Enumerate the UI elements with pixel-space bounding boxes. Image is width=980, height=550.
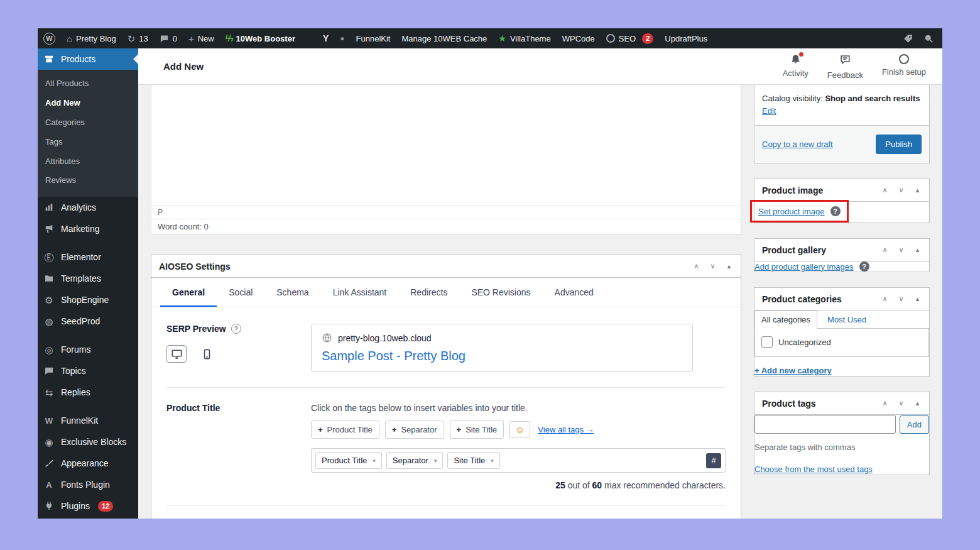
comments-icon — [160, 34, 169, 43]
submenu-add-new[interactable]: Add New — [38, 94, 138, 113]
tab-link-assistant[interactable]: Link Assistant — [321, 278, 399, 307]
move-down-icon[interactable]: ∨ — [897, 295, 905, 302]
comments-menu[interactable]: 0 — [154, 28, 183, 48]
desktop-preview-button[interactable] — [166, 345, 187, 363]
sidebar-item-funnelkit[interactable]: W FunnelKit — [38, 410, 138, 431]
count-max: 60 — [592, 480, 602, 490]
help-icon[interactable]: ? — [859, 261, 869, 272]
sidebar-item-templates[interactable]: Templates — [38, 268, 138, 289]
sidebar-item-seedprod[interactable]: ◍ SeedProd — [38, 311, 138, 332]
sidebar-item-forums[interactable]: ◎ Forums — [38, 339, 138, 360]
tab-schema[interactable]: Schema — [264, 278, 320, 307]
tab-redirects[interactable]: Redirects — [398, 278, 459, 307]
submenu-all-products[interactable]: All Products — [38, 74, 138, 94]
sidebar-item-label: Exclusive Blocks — [61, 437, 126, 447]
manage-cache-menu[interactable]: Manage 10WEB Cache — [396, 28, 493, 48]
catalog-visibility-row: Catalog visibility: Shop and search resu… — [754, 85, 929, 125]
sidebar-item-fonts-plugin[interactable]: A Fonts Plugin — [38, 474, 138, 495]
move-down-icon[interactable]: ∨ — [897, 246, 905, 253]
add-product-title-tag-button[interactable]: +Product Title — [311, 421, 379, 439]
product-title-variable-pill[interactable]: Product Title▾ — [315, 452, 382, 469]
funnelkit-menu[interactable]: FunnelKit — [351, 28, 396, 48]
publish-button[interactable]: Publish — [876, 135, 922, 154]
wp-logo-menu[interactable]: W — [38, 28, 61, 48]
collapse-toggle-icon[interactable]: ▴ — [913, 400, 922, 407]
add-new-category-link[interactable]: + Add new category — [754, 366, 832, 375]
collapse-toggle-icon[interactable]: ▴ — [913, 246, 922, 253]
villatheme-menu[interactable]: ★ VillaTheme — [493, 28, 556, 48]
move-down-icon[interactable]: ∨ — [897, 400, 905, 407]
tab-social[interactable]: Social — [217, 278, 264, 307]
move-up-icon[interactable]: ∧ — [881, 295, 889, 302]
move-up-icon[interactable]: ∧ — [881, 400, 889, 407]
emoji-picker-button[interactable]: ☺ — [509, 421, 530, 438]
site-title-variable-pill[interactable]: Site Title▾ — [447, 452, 499, 469]
add-gallery-images-link[interactable]: Add product gallery images — [754, 262, 854, 272]
product-tags-input[interactable] — [754, 415, 896, 434]
collapse-toggle-icon[interactable]: ▴ — [725, 263, 733, 270]
move-down-icon[interactable]: ∨ — [897, 187, 905, 194]
insert-variable-button[interactable]: # — [706, 453, 721, 468]
help-icon[interactable]: ? — [830, 206, 841, 216]
booster-menu[interactable]: ϟϟ 10Web Booster — [220, 28, 301, 48]
new-content-menu[interactable]: + New — [183, 28, 220, 48]
box-controls: ∧ ∨ ▴ — [881, 295, 922, 302]
collapse-toggle-icon[interactable]: ▴ — [913, 295, 922, 302]
search-menu[interactable] — [918, 28, 942, 48]
site-menu[interactable]: ⌂ Pretty Blog — [61, 28, 122, 48]
finish-setup-button[interactable]: Finish setup — [882, 53, 926, 77]
move-down-icon[interactable]: ∨ — [709, 263, 717, 270]
tag-menu[interactable] — [898, 28, 918, 48]
move-up-icon[interactable]: ∧ — [692, 263, 700, 270]
product-tags-header: Product tags ∧ ∨ ▴ — [754, 392, 929, 415]
submenu-reviews[interactable]: Reviews — [38, 171, 138, 190]
add-separator-tag-button[interactable]: +Separator — [385, 421, 444, 439]
add-tag-button[interactable]: Add — [900, 415, 929, 434]
yoast-menu[interactable]: Y — [317, 28, 334, 48]
collapse-toggle-icon[interactable]: ▴ — [913, 187, 922, 194]
editor-canvas[interactable] — [151, 85, 741, 206]
status-circle-menu[interactable]: ● — [334, 28, 350, 48]
tab-most-used[interactable]: Most Used — [827, 311, 866, 328]
tab-advanced[interactable]: Advanced — [543, 278, 606, 307]
move-up-icon[interactable]: ∧ — [881, 187, 889, 194]
sidebar-item-appearance[interactable]: Appearance — [38, 453, 138, 474]
move-up-icon[interactable]: ∧ — [881, 246, 889, 253]
seo-menu[interactable]: SEO 2 — [601, 28, 660, 48]
submenu-tags[interactable]: Tags — [38, 133, 138, 152]
wpcode-menu[interactable]: WPCode — [557, 28, 601, 48]
sidebar-item-products[interactable]: Products — [38, 48, 138, 70]
tab-general[interactable]: General — [160, 278, 217, 307]
edit-catalog-visibility-link[interactable]: Edit — [762, 106, 776, 116]
category-item-uncategorized[interactable]: Uncategorized — [761, 336, 922, 348]
sidebar-item-marketing[interactable]: Marketing — [38, 218, 138, 239]
choose-most-used-tags-link[interactable]: Choose from the most used tags — [754, 465, 873, 474]
sidebar-item-replies[interactable]: ⇆ Replies — [38, 382, 138, 403]
submenu-attributes[interactable]: Attributes — [38, 152, 138, 172]
tab-all-categories[interactable]: All categories — [754, 311, 817, 329]
title-format-input[interactable]: Product Title▾ Separator▾ Site Title▾ # — [311, 448, 726, 473]
submenu-categories[interactable]: Categories — [38, 113, 138, 133]
sidebar-item-exclusive-blocks[interactable]: ◉ Exclusive Blocks — [38, 431, 138, 453]
updates-menu[interactable]: ↻ 13 — [122, 28, 154, 48]
menu-separator — [38, 332, 138, 339]
sidebar-item-shopengine[interactable]: ⚙ ShopEngine — [38, 289, 138, 311]
sidebar-item-label: Fonts Plugin — [61, 480, 110, 490]
separator-variable-pill[interactable]: Separator▾ — [386, 452, 444, 469]
sidebar-item-topics[interactable]: Topics — [38, 360, 138, 382]
set-product-image-link[interactable]: Set product image — [758, 207, 825, 216]
updraftplus-menu[interactable]: UpdraftPlus — [659, 28, 713, 48]
lightning-icon: ϟϟ — [226, 33, 232, 43]
mobile-preview-button[interactable] — [197, 345, 217, 363]
uncategorized-checkbox[interactable] — [761, 336, 773, 348]
tab-seo-revisions[interactable]: SEO Revisions — [459, 278, 542, 307]
add-site-title-tag-button[interactable]: +Site Title — [450, 421, 504, 439]
feedback-button[interactable]: Feedback — [827, 53, 863, 80]
view-all-tags-link[interactable]: View all tags → — [538, 425, 594, 434]
copy-to-draft-link[interactable]: Copy to a new draft — [762, 140, 833, 149]
help-icon[interactable]: ? — [231, 324, 241, 334]
sidebar-item-plugins[interactable]: Plugins 12 — [38, 495, 138, 517]
activity-button[interactable]: Activity — [783, 53, 808, 78]
sidebar-item-elementor[interactable]: Ⓔ Elementor — [38, 246, 138, 268]
sidebar-item-analytics[interactable]: Analytics — [38, 197, 138, 218]
